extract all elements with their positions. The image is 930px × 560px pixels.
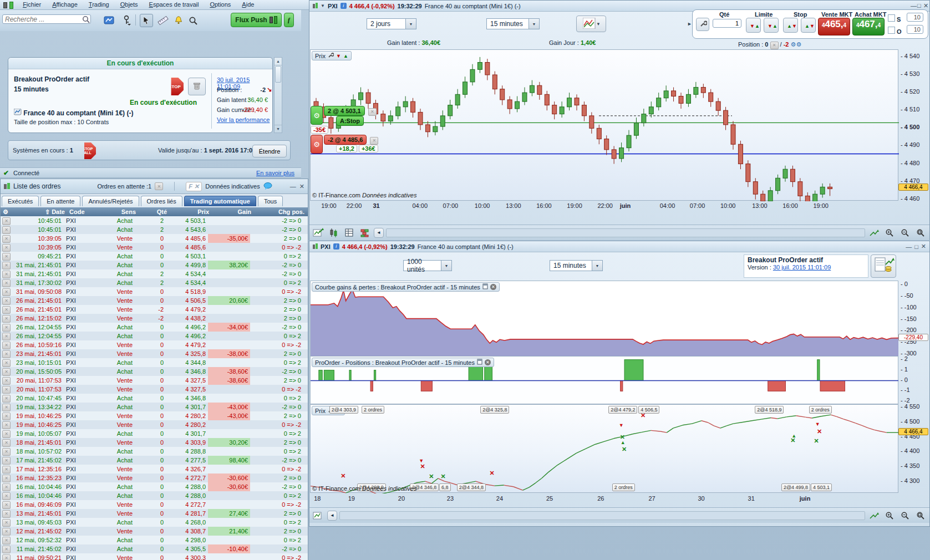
buy-limit-icon[interactable]: ▼▲	[746, 18, 761, 33]
table-row[interactable]: ✕12 mai, 21:45:02PXIVente04 308,721,40€2…	[1, 527, 308, 536]
badge-close-icon[interactable]: ✕	[368, 108, 377, 116]
detach-icon[interactable]	[482, 283, 488, 291]
cancel-order-icon[interactable]: ✕	[2, 413, 11, 420]
compare-candles-icon[interactable]	[327, 226, 341, 240]
tab-tous[interactable]: Tous	[258, 196, 283, 206]
table-row[interactable]: ✕12 mai, 09:52:32PXIAchat04 298,00 => 2	[1, 536, 308, 544]
zoom-in-icon[interactable]	[883, 226, 896, 240]
cancel-order-icon[interactable]: ✕	[2, 377, 11, 385]
order-tag[interactable]: 2@4 499,8	[781, 483, 810, 491]
candlestick-plot[interactable]	[310, 49, 898, 201]
close-pane-icon[interactable]: ✕	[485, 359, 491, 365]
column-header-chg-pos-[interactable]: Chg pos.	[253, 207, 307, 216]
price-plot[interactable]: ✕✕▼✕✕✕✕▼✕✕▲✕✕▲▼✕✕	[310, 404, 898, 493]
version-link[interactable]: 30 juil. 2015 11:01:09	[773, 264, 831, 271]
table-row[interactable]: ✕10:45:01PXIAchat24 543,6-2 => 0	[1, 225, 308, 234]
table-row[interactable]: ✕19 mai, 10:46:25PXIVente04 280,20 => -2	[1, 420, 308, 429]
cancel-order-icon[interactable]: ✕	[2, 297, 11, 305]
table-row[interactable]: ✕20 mai, 10:47:45PXIAchat04 346,80 => 2	[1, 394, 308, 403]
orders-minimize-icon[interactable]: —	[290, 183, 296, 190]
alert-bell-icon[interactable]	[172, 14, 185, 27]
column-header-gain[interactable]: Gain	[211, 207, 253, 216]
table-row[interactable]: ✕11 mai, 21:45:02PXIAchat04 305,5-10,40€…	[1, 544, 308, 553]
table-row[interactable]: ✕10:39:05PXIVente04 485,60 => -2	[1, 243, 308, 252]
chat-balloon-icon[interactable]	[263, 182, 272, 191]
order-tag[interactable]: 2@4 303,9	[329, 406, 358, 414]
cancel-order-icon[interactable]: ✕	[2, 519, 11, 527]
range-select[interactable]: 2 jours▼	[367, 18, 416, 29]
cancel-order-icon[interactable]: ✕	[2, 528, 11, 536]
column-header-date[interactable]: ⇧ Date	[14, 207, 67, 216]
cancel-order-icon[interactable]: ✕	[2, 271, 11, 278]
detach-icon[interactable]	[477, 359, 482, 366]
column-header-code[interactable]: Code	[67, 207, 106, 216]
table-row[interactable]: ✕23 mai, 21:45:01PXIVente04 325,8-38,00€…	[1, 349, 308, 358]
tab-trading-automatique[interactable]: Trading automatique	[184, 196, 256, 206]
objective-checkbox[interactable]: O	[888, 27, 902, 35]
cancel-order-icon[interactable]: ✕	[2, 554, 11, 560]
info-icon[interactable]: i	[341, 3, 347, 9]
proorder-report-icon[interactable]	[871, 254, 896, 278]
table-row[interactable]: ✕20 mai, 15:50:05PXIAchat04 346,8-38,60€…	[1, 367, 308, 376]
cancel-order-icon[interactable]: ✕	[2, 342, 11, 349]
collapse-panel-icon[interactable]: ►	[687, 21, 692, 27]
key-icon[interactable]	[120, 14, 133, 27]
table-row[interactable]: ✕16 mai, 12:35:23PXIVente04 272,7-30,60€…	[1, 474, 308, 482]
chart-h-scrollbar[interactable]	[339, 511, 865, 520]
table-row[interactable]: ✕31 mai, 17:30:02PXIAchat24 534,40 => 2	[1, 278, 308, 287]
positions-pane-title[interactable]: ProOrder - Positions : Breakout ProOrder…	[312, 358, 494, 367]
window-minimize-icon[interactable]: —	[911, 2, 917, 9]
tab-annul-s-rejet-s[interactable]: Annulés/Rejetés	[82, 196, 139, 206]
cancel-order-icon[interactable]: ✕	[2, 546, 11, 553]
cancel-order-icon[interactable]: ✕	[2, 448, 11, 456]
zoom-out-icon[interactable]	[898, 509, 912, 522]
export-chart-icon[interactable]	[312, 226, 325, 240]
close-icon[interactable]: ✕	[921, 243, 926, 250]
buy-stop-icon[interactable]: ▲▼	[783, 18, 798, 33]
cancel-order-icon[interactable]: ✕	[2, 217, 11, 225]
scroll-left-icon[interactable]: ◄	[327, 511, 337, 521]
cancel-order-icon[interactable]: ✕	[2, 483, 11, 491]
scroll-thumb[interactable]	[275, 66, 281, 83]
auto-scale-icon[interactable]	[867, 509, 881, 522]
dropdown-arrow-icon[interactable]: ▼	[441, 261, 451, 271]
flash-order-icon[interactable]: ƒ	[284, 13, 294, 27]
restore-icon[interactable]: □	[914, 243, 918, 250]
badge-close-icon[interactable]: ✕	[370, 137, 378, 145]
chevron-down-icon[interactable]: ▼	[321, 3, 325, 8]
cancel-order-icon[interactable]: ✕	[2, 262, 11, 269]
long-order-badge[interactable]: ⚙ 2 @ 4 503,1 ✕ A:Stop -35€	[311, 106, 377, 134]
table-row[interactable]: ✕09:45:21PXIAchat04 503,10 => 2	[1, 252, 308, 261]
table-row[interactable]: ✕13 mai, 09:45:03PXIAchat04 268,00 => 2	[1, 518, 308, 527]
units-select[interactable]: 1000 unités▼	[403, 260, 452, 271]
cancel-order-icon[interactable]: ✕	[2, 235, 11, 243]
stop-all-button[interactable]: STOP ALL	[79, 142, 96, 159]
table-row[interactable]: ✕19 mai, 10:05:07PXIAchat04 301,70 => 2	[1, 429, 308, 438]
table-row[interactable]: ✕26 mai, 12:04:55PXIAchat04 496,2-34,00€…	[1, 323, 308, 332]
column-header-sens[interactable]: Sens	[106, 207, 138, 216]
chart-type-button[interactable]: ▼	[576, 16, 606, 32]
table-row[interactable]: ✕26 mai, 21:45:01PXIVente04 506,520,60€2…	[1, 296, 308, 305]
chart-h-scrollbar[interactable]	[386, 228, 865, 237]
tab-ex-cut-s[interactable]: Exécutés	[2, 196, 39, 206]
f-chip[interactable]: F ✕	[186, 182, 202, 191]
tab-ordres-li-s[interactable]: Ordres liés	[141, 196, 182, 206]
cursor-tool-icon[interactable]	[140, 14, 153, 27]
info-icon[interactable]: i	[333, 243, 339, 250]
column-header-prix[interactable]: Prix	[169, 207, 211, 216]
order-tag[interactable]: 2 ordres	[612, 483, 635, 491]
zoom-out-icon[interactable]	[898, 226, 912, 240]
cancel-order-icon[interactable]: ✕	[2, 315, 11, 323]
table-row[interactable]: ✕31 mai, 21:45:01PXIAchat24 534,4-2 => 0	[1, 269, 308, 278]
zoom-reset-icon[interactable]	[914, 226, 927, 240]
cancel-order-icon[interactable]: ✕	[2, 386, 11, 394]
cancel-order-icon[interactable]: ✕	[2, 510, 11, 518]
table-row[interactable]: ✕16 mai, 10:04:46PXIAchat04 288,00 => 2	[1, 491, 308, 500]
table-row[interactable]: ✕31 mai, 09:50:08PXIVente04 518,90 => -2	[1, 287, 308, 296]
new-chart-icon[interactable]	[103, 14, 116, 27]
cancel-order-icon[interactable]: ✕	[2, 466, 11, 474]
cancel-order-icon[interactable]: ✕	[2, 475, 11, 482]
gains-pane-title[interactable]: Courbe gains & pertes : Breakout ProOrde…	[312, 282, 500, 292]
order-tag[interactable]: 2@4 344,8	[457, 483, 486, 491]
table-row[interactable]: ✕18 mai, 10:57:02PXIAchat04 288,80 => 2	[1, 447, 308, 456]
